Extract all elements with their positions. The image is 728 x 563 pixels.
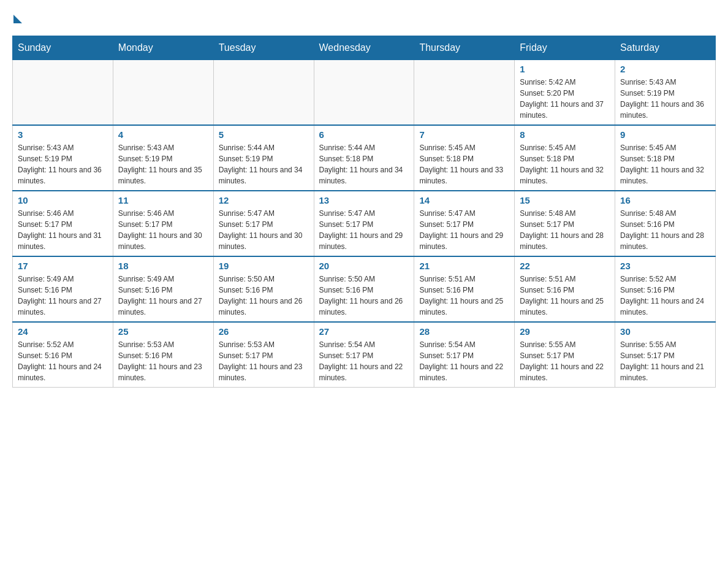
day-number: 26 bbox=[219, 326, 309, 337]
day-info: Sunrise: 5:49 AMSunset: 5:16 PMDaylight:… bbox=[18, 274, 108, 318]
calendar-day-cell: 30Sunrise: 5:55 AMSunset: 5:17 PMDayligh… bbox=[615, 322, 716, 388]
day-info: Sunrise: 5:54 AMSunset: 5:17 PMDaylight:… bbox=[419, 339, 509, 383]
day-number: 17 bbox=[18, 261, 108, 271]
day-info: Sunrise: 5:42 AMSunset: 5:20 PMDaylight:… bbox=[520, 77, 610, 121]
calendar-day-cell: 21Sunrise: 5:51 AMSunset: 5:16 PMDayligh… bbox=[414, 256, 515, 322]
day-number: 2 bbox=[620, 64, 710, 74]
calendar-day-cell: 18Sunrise: 5:49 AMSunset: 5:16 PMDayligh… bbox=[113, 256, 213, 322]
day-info: Sunrise: 5:51 AMSunset: 5:16 PMDaylight:… bbox=[419, 274, 509, 318]
day-number: 1 bbox=[520, 64, 610, 74]
calendar-day-cell: 26Sunrise: 5:53 AMSunset: 5:17 PMDayligh… bbox=[213, 322, 314, 388]
day-number: 10 bbox=[18, 195, 108, 205]
calendar-week-row: 24Sunrise: 5:52 AMSunset: 5:16 PMDayligh… bbox=[13, 322, 716, 388]
day-number: 30 bbox=[620, 326, 710, 337]
day-number: 18 bbox=[118, 261, 208, 271]
day-info: Sunrise: 5:44 AMSunset: 5:19 PMDaylight:… bbox=[219, 142, 309, 186]
calendar-week-row: 17Sunrise: 5:49 AMSunset: 5:16 PMDayligh… bbox=[13, 256, 716, 322]
logo bbox=[12, 12, 22, 23]
day-info: Sunrise: 5:45 AMSunset: 5:18 PMDaylight:… bbox=[520, 142, 610, 186]
day-info: Sunrise: 5:48 AMSunset: 5:17 PMDaylight:… bbox=[520, 208, 610, 252]
column-header-monday: Monday bbox=[113, 36, 213, 60]
calendar-day-cell bbox=[414, 60, 515, 126]
column-header-sunday: Sunday bbox=[13, 36, 113, 60]
day-number: 15 bbox=[520, 195, 610, 205]
logo-arrow-icon bbox=[13, 15, 22, 23]
calendar-day-cell: 1Sunrise: 5:42 AMSunset: 5:20 PMDaylight… bbox=[515, 60, 615, 126]
day-number: 16 bbox=[620, 195, 710, 205]
day-number: 12 bbox=[219, 195, 309, 205]
day-info: Sunrise: 5:55 AMSunset: 5:17 PMDaylight:… bbox=[520, 339, 610, 383]
day-number: 21 bbox=[419, 261, 509, 271]
calendar-day-cell bbox=[13, 60, 113, 126]
day-number: 6 bbox=[319, 129, 409, 140]
day-info: Sunrise: 5:45 AMSunset: 5:18 PMDaylight:… bbox=[620, 142, 710, 186]
day-number: 7 bbox=[419, 129, 509, 140]
day-info: Sunrise: 5:48 AMSunset: 5:16 PMDaylight:… bbox=[620, 208, 710, 252]
column-header-thursday: Thursday bbox=[414, 36, 515, 60]
day-info: Sunrise: 5:46 AMSunset: 5:17 PMDaylight:… bbox=[18, 208, 108, 252]
day-info: Sunrise: 5:45 AMSunset: 5:18 PMDaylight:… bbox=[419, 142, 509, 186]
day-number: 24 bbox=[18, 326, 108, 337]
calendar-week-row: 3Sunrise: 5:43 AMSunset: 5:19 PMDaylight… bbox=[13, 125, 716, 191]
day-info: Sunrise: 5:47 AMSunset: 5:17 PMDaylight:… bbox=[319, 208, 409, 252]
day-number: 8 bbox=[520, 129, 610, 140]
calendar-day-cell: 28Sunrise: 5:54 AMSunset: 5:17 PMDayligh… bbox=[414, 322, 515, 388]
day-info: Sunrise: 5:55 AMSunset: 5:17 PMDaylight:… bbox=[620, 339, 710, 383]
day-number: 3 bbox=[18, 129, 108, 140]
calendar-day-cell: 22Sunrise: 5:51 AMSunset: 5:16 PMDayligh… bbox=[515, 256, 615, 322]
day-number: 28 bbox=[419, 326, 509, 337]
calendar-day-cell: 27Sunrise: 5:54 AMSunset: 5:17 PMDayligh… bbox=[314, 322, 414, 388]
day-number: 14 bbox=[419, 195, 509, 205]
day-info: Sunrise: 5:46 AMSunset: 5:17 PMDaylight:… bbox=[118, 208, 208, 252]
day-number: 27 bbox=[319, 326, 409, 337]
calendar-day-cell: 8Sunrise: 5:45 AMSunset: 5:18 PMDaylight… bbox=[515, 125, 615, 191]
column-header-saturday: Saturday bbox=[615, 36, 716, 60]
calendar-day-cell: 25Sunrise: 5:53 AMSunset: 5:16 PMDayligh… bbox=[113, 322, 213, 388]
day-number: 5 bbox=[219, 129, 309, 140]
column-header-friday: Friday bbox=[515, 36, 615, 60]
calendar-day-cell: 11Sunrise: 5:46 AMSunset: 5:17 PMDayligh… bbox=[113, 191, 213, 256]
calendar-day-cell: 15Sunrise: 5:48 AMSunset: 5:17 PMDayligh… bbox=[515, 191, 615, 256]
day-number: 13 bbox=[319, 195, 409, 205]
day-number: 25 bbox=[118, 326, 208, 337]
day-info: Sunrise: 5:50 AMSunset: 5:16 PMDaylight:… bbox=[219, 274, 309, 318]
calendar-day-cell: 10Sunrise: 5:46 AMSunset: 5:17 PMDayligh… bbox=[13, 191, 113, 256]
day-info: Sunrise: 5:44 AMSunset: 5:18 PMDaylight:… bbox=[319, 142, 409, 186]
calendar-day-cell: 12Sunrise: 5:47 AMSunset: 5:17 PMDayligh… bbox=[213, 191, 314, 256]
calendar-day-cell: 17Sunrise: 5:49 AMSunset: 5:16 PMDayligh… bbox=[13, 256, 113, 322]
day-info: Sunrise: 5:49 AMSunset: 5:16 PMDaylight:… bbox=[118, 274, 208, 318]
day-info: Sunrise: 5:51 AMSunset: 5:16 PMDaylight:… bbox=[520, 274, 610, 318]
day-number: 20 bbox=[319, 261, 409, 271]
calendar-day-cell: 6Sunrise: 5:44 AMSunset: 5:18 PMDaylight… bbox=[314, 125, 414, 191]
calendar-day-cell: 20Sunrise: 5:50 AMSunset: 5:16 PMDayligh… bbox=[314, 256, 414, 322]
day-info: Sunrise: 5:43 AMSunset: 5:19 PMDaylight:… bbox=[118, 142, 208, 186]
calendar-day-cell: 13Sunrise: 5:47 AMSunset: 5:17 PMDayligh… bbox=[314, 191, 414, 256]
day-number: 23 bbox=[620, 261, 710, 271]
column-header-wednesday: Wednesday bbox=[314, 36, 414, 60]
calendar-week-row: 10Sunrise: 5:46 AMSunset: 5:17 PMDayligh… bbox=[13, 191, 716, 256]
day-info: Sunrise: 5:52 AMSunset: 5:16 PMDaylight:… bbox=[620, 274, 710, 318]
day-info: Sunrise: 5:53 AMSunset: 5:17 PMDaylight:… bbox=[219, 339, 309, 383]
calendar-day-cell bbox=[213, 60, 314, 126]
calendar-day-cell: 4Sunrise: 5:43 AMSunset: 5:19 PMDaylight… bbox=[113, 125, 213, 191]
page-header bbox=[12, 12, 716, 23]
day-info: Sunrise: 5:52 AMSunset: 5:16 PMDaylight:… bbox=[18, 339, 108, 383]
calendar-table: SundayMondayTuesdayWednesdayThursdayFrid… bbox=[12, 36, 716, 388]
calendar-header-row: SundayMondayTuesdayWednesdayThursdayFrid… bbox=[13, 36, 716, 60]
day-info: Sunrise: 5:47 AMSunset: 5:17 PMDaylight:… bbox=[419, 208, 509, 252]
day-number: 9 bbox=[620, 129, 710, 140]
day-info: Sunrise: 5:43 AMSunset: 5:19 PMDaylight:… bbox=[18, 142, 108, 186]
calendar-day-cell: 19Sunrise: 5:50 AMSunset: 5:16 PMDayligh… bbox=[213, 256, 314, 322]
day-info: Sunrise: 5:47 AMSunset: 5:17 PMDaylight:… bbox=[219, 208, 309, 252]
calendar-day-cell: 14Sunrise: 5:47 AMSunset: 5:17 PMDayligh… bbox=[414, 191, 515, 256]
column-header-tuesday: Tuesday bbox=[213, 36, 314, 60]
calendar-day-cell bbox=[113, 60, 213, 126]
day-info: Sunrise: 5:53 AMSunset: 5:16 PMDaylight:… bbox=[118, 339, 208, 383]
calendar-day-cell: 23Sunrise: 5:52 AMSunset: 5:16 PMDayligh… bbox=[615, 256, 716, 322]
calendar-day-cell: 29Sunrise: 5:55 AMSunset: 5:17 PMDayligh… bbox=[515, 322, 615, 388]
calendar-day-cell bbox=[314, 60, 414, 126]
calendar-day-cell: 16Sunrise: 5:48 AMSunset: 5:16 PMDayligh… bbox=[615, 191, 716, 256]
day-info: Sunrise: 5:43 AMSunset: 5:19 PMDaylight:… bbox=[620, 77, 710, 121]
day-info: Sunrise: 5:50 AMSunset: 5:16 PMDaylight:… bbox=[319, 274, 409, 318]
day-number: 19 bbox=[219, 261, 309, 271]
